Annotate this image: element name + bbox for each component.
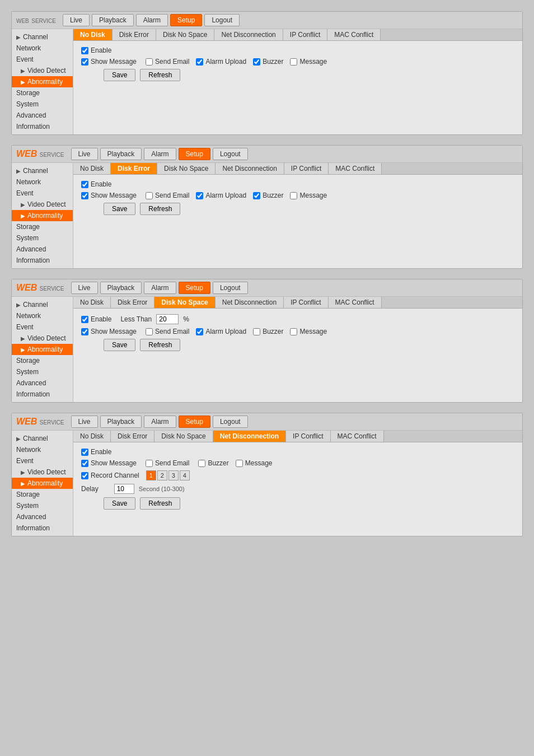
sidebar-information-2[interactable]: Information	[12, 255, 73, 266]
sidebar-channel-4[interactable]: ▶Channel	[12, 433, 73, 444]
show-message-checkbox-2[interactable]	[81, 192, 88, 199]
nav-logout-3[interactable]: Logout	[213, 282, 248, 294]
channel-3-4[interactable]: 3	[168, 470, 179, 480]
buzzer-checkbox-4[interactable]	[198, 460, 205, 467]
buzzer-label-4[interactable]: Buzzer	[198, 459, 228, 467]
enable-checkbox-2[interactable]	[81, 181, 88, 188]
sidebar-abnormality-4[interactable]: ▶Abnormality	[12, 478, 73, 489]
send-email-label-1[interactable]: Send Email	[146, 58, 189, 66]
alarm-upload-checkbox-2[interactable]	[196, 192, 203, 199]
message-checkbox-3[interactable]	[290, 328, 297, 335]
sidebar-storage-2[interactable]: Storage	[12, 221, 73, 232]
send-email-checkbox-4[interactable]	[146, 460, 153, 467]
enable-checkbox-1[interactable]	[81, 47, 88, 54]
message-checkbox-2[interactable]	[290, 192, 297, 199]
nav-live-1[interactable]: Live	[63, 14, 90, 26]
tab-nodisk-2[interactable]: No Disk	[73, 163, 111, 174]
sidebar-abnormality-3[interactable]: ▶Abnormality	[12, 344, 73, 355]
enable-label-2[interactable]: Enable	[81, 180, 111, 188]
show-message-checkbox-1[interactable]	[81, 58, 88, 66]
buzzer-label-2[interactable]: Buzzer	[253, 192, 283, 199]
nav-playback-1[interactable]: Playback	[92, 14, 134, 26]
nav-alarm-1[interactable]: Alarm	[136, 14, 168, 26]
sidebar-network-4[interactable]: Network	[12, 444, 73, 455]
enable-label-1[interactable]: Enable	[81, 46, 111, 54]
sidebar-information-4[interactable]: Information	[12, 522, 73, 534]
show-message-label-3[interactable]: Show Message	[81, 328, 137, 335]
message-label-4[interactable]: Message	[236, 459, 273, 467]
sidebar-advanced-1[interactable]: Advanced	[12, 110, 73, 121]
tab-macconflict-2[interactable]: MAC Conflict	[329, 163, 382, 174]
nav-alarm-3[interactable]: Alarm	[144, 282, 176, 294]
nav-setup-3[interactable]: Setup	[179, 282, 210, 294]
alarm-upload-label-2[interactable]: Alarm Upload	[196, 192, 246, 199]
tab-disknospace-3[interactable]: Disk No Space	[154, 297, 215, 308]
nav-playback-4[interactable]: Playback	[100, 416, 142, 428]
channel-4-4[interactable]: 4	[180, 470, 190, 480]
tab-netdisconnection-2[interactable]: Net Disconnection	[216, 163, 284, 174]
message-label-2[interactable]: Message	[290, 192, 327, 199]
alarm-upload-checkbox-3[interactable]	[196, 328, 203, 335]
nav-setup-4[interactable]: Setup	[179, 416, 210, 428]
send-email-checkbox-3[interactable]	[146, 328, 153, 335]
send-email-label-4[interactable]: Send Email	[146, 459, 189, 467]
buzzer-checkbox-3[interactable]	[253, 328, 260, 335]
tab-macconflict-3[interactable]: MAC Conflict	[329, 297, 382, 308]
alarm-upload-label-1[interactable]: Alarm Upload	[196, 58, 246, 66]
sidebar-event-4[interactable]: Event	[12, 455, 73, 466]
message-label-1[interactable]: Message	[290, 58, 327, 66]
alarm-upload-label-3[interactable]: Alarm Upload	[196, 328, 246, 335]
message-checkbox-1[interactable]	[290, 58, 297, 66]
record-channel-checkbox-4[interactable]	[81, 472, 88, 479]
tab-nodisk-1[interactable]: No Disk	[73, 29, 113, 40]
show-message-label-4[interactable]: Show Message	[81, 459, 137, 467]
nav-alarm-2[interactable]: Alarm	[144, 148, 176, 160]
buzzer-label-1[interactable]: Buzzer	[253, 58, 283, 66]
nav-setup-2[interactable]: Setup	[179, 148, 210, 160]
nav-logout-2[interactable]: Logout	[213, 148, 248, 160]
sidebar-videodetect-4[interactable]: ▶Video Detect	[12, 466, 73, 478]
sidebar-advanced-2[interactable]: Advanced	[12, 244, 73, 255]
sidebar-event-3[interactable]: Event	[12, 321, 73, 333]
save-button-1[interactable]: Save	[104, 69, 135, 81]
sidebar-system-3[interactable]: System	[12, 366, 73, 377]
message-checkbox-4[interactable]	[236, 460, 243, 467]
tab-netdisconnection-1[interactable]: Net Disconnection	[214, 29, 283, 40]
tab-ipconflict-4[interactable]: IP Conflict	[286, 431, 330, 442]
sidebar-videodetect-3[interactable]: ▶Video Detect	[12, 333, 73, 344]
alarm-upload-checkbox-1[interactable]	[196, 58, 203, 66]
tab-diskerror-4[interactable]: Disk Error	[111, 431, 154, 442]
tab-macconflict-4[interactable]: MAC Conflict	[331, 431, 384, 442]
channel-1-4[interactable]: 1	[146, 470, 156, 480]
tab-diskerror-1[interactable]: Disk Error	[113, 29, 156, 40]
sidebar-abnormality-1[interactable]: ▶Abnormality	[12, 76, 73, 87]
send-email-checkbox-1[interactable]	[146, 58, 153, 66]
nav-alarm-4[interactable]: Alarm	[144, 416, 176, 428]
show-message-label-2[interactable]: Show Message	[81, 192, 137, 199]
send-email-label-3[interactable]: Send Email	[146, 328, 189, 335]
tab-ipconflict-3[interactable]: IP Conflict	[284, 297, 328, 308]
save-button-4[interactable]: Save	[104, 497, 135, 510]
sidebar-channel-2[interactable]: ▶Channel	[12, 165, 73, 176]
sidebar-system-2[interactable]: System	[12, 232, 73, 244]
delay-input-4[interactable]	[114, 484, 134, 494]
sidebar-videodetect-1[interactable]: ▶Video Detect	[12, 65, 73, 76]
sidebar-storage-4[interactable]: Storage	[12, 489, 73, 500]
sidebar-advanced-4[interactable]: Advanced	[12, 511, 73, 522]
save-button-2[interactable]: Save	[104, 203, 135, 215]
enable-label-4[interactable]: Enable	[81, 448, 111, 456]
refresh-button-2[interactable]: Refresh	[140, 203, 180, 215]
buzzer-checkbox-2[interactable]	[253, 192, 260, 199]
show-message-label-1[interactable]: Show Message	[81, 58, 137, 66]
refresh-button-4[interactable]: Refresh	[140, 497, 180, 510]
nav-playback-3[interactable]: Playback	[100, 282, 142, 294]
sidebar-videodetect-2[interactable]: ▶Video Detect	[12, 199, 73, 210]
tab-disknospace-1[interactable]: Disk No Space	[156, 29, 214, 40]
nav-logout-1[interactable]: Logout	[204, 14, 240, 26]
nav-live-3[interactable]: Live	[71, 282, 98, 294]
sidebar-channel-3[interactable]: ▶Channel	[12, 299, 73, 310]
buzzer-label-3[interactable]: Buzzer	[253, 328, 283, 335]
sidebar-system-4[interactable]: System	[12, 500, 73, 511]
nav-live-2[interactable]: Live	[71, 148, 98, 160]
buzzer-checkbox-1[interactable]	[253, 58, 260, 66]
